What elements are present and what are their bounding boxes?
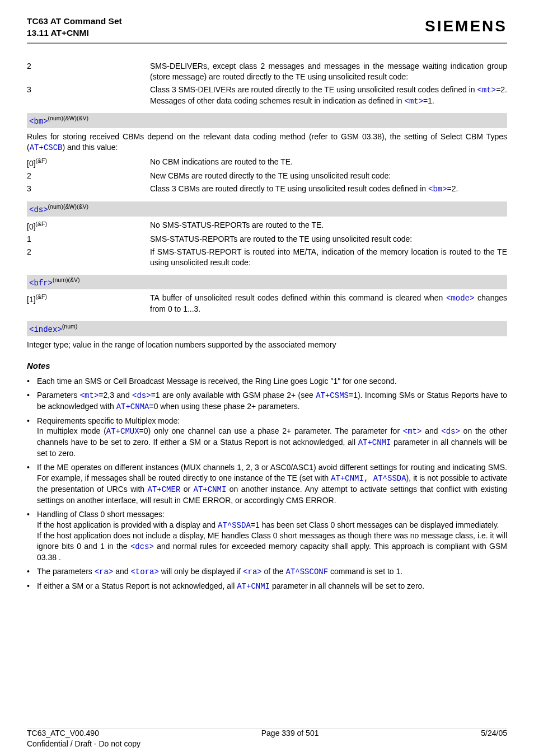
- mt-link-2[interactable]: <mt>: [405, 97, 424, 106]
- text: Class 3 CBMs are routed directly to TE u…: [150, 184, 428, 193]
- note-1: Each time an SMS or Cell Broadcast Messa…: [27, 376, 507, 387]
- bm-sup: (num)(&W)(&V): [48, 115, 88, 121]
- text: ) and this value:: [62, 143, 118, 152]
- text: [0]: [27, 222, 36, 231]
- ssda-link[interactable]: AT^SSDA: [218, 521, 251, 530]
- dcs-link[interactable]: <dcs>: [130, 542, 154, 551]
- ds-sup: (num)(&W)(&V): [48, 203, 88, 210]
- text: will only be displayed if: [159, 567, 243, 576]
- ds-link[interactable]: <ds>: [441, 427, 460, 436]
- mode-link[interactable]: <mode>: [446, 294, 474, 303]
- mt-link[interactable]: <mt>: [477, 86, 496, 95]
- doc-title: TC63 AT Command Set: [27, 16, 122, 27]
- bm-tag[interactable]: <bm>: [29, 117, 48, 126]
- cscb-link[interactable]: AT+CSCB: [30, 143, 63, 152]
- text: =2.: [447, 184, 458, 193]
- ds-tag[interactable]: <ds>: [29, 205, 48, 214]
- note-4: If the ME operates on different instance…: [27, 462, 507, 506]
- cmux-link[interactable]: AT+CMUX: [106, 427, 139, 436]
- param-bar-index: <index>(num): [27, 321, 507, 336]
- index-tag[interactable]: <index>: [29, 325, 62, 334]
- ds-link[interactable]: <ds>: [132, 391, 151, 400]
- text: Handling of Class 0 short messages:: [37, 510, 165, 519]
- mt-link[interactable]: <mt>: [403, 427, 422, 436]
- ds-row-1: 1 SMS-STATUS-REPORTs are routed to the T…: [27, 234, 507, 245]
- text: Each time an SMS or Cell Broadcast Messa…: [37, 376, 507, 387]
- index-desc: Integer type; value in the range of loca…: [27, 340, 507, 350]
- text: or: [180, 485, 193, 494]
- sup: (&F): [36, 293, 47, 300]
- note-2: Parameters <mt>=2,3 and <ds>=1 are only …: [27, 390, 507, 412]
- bm-row-0: [0](&F) No CBM indications are routed to…: [27, 157, 507, 169]
- tora-link[interactable]: <tora>: [130, 567, 158, 576]
- mt-row-2-val: SMS-DELIVERs, except class 2 messages an…: [150, 61, 507, 82]
- bm-row-2-val: New CBMs are routed directly to the TE u…: [150, 171, 507, 181]
- bm-link[interactable]: <bm>: [428, 185, 447, 194]
- ds-row-2: 2 If SMS-STATUS-REPORT is routed into ME…: [27, 247, 507, 268]
- text: [1]: [27, 295, 36, 304]
- text: The parameters: [37, 567, 95, 576]
- note-5: Handling of Class 0 short messages: If t…: [27, 509, 507, 563]
- bfr-sup: (num)(&V): [53, 276, 79, 283]
- bm-row-3-val: Class 3 CBMs are routed directly to TE u…: [150, 184, 507, 195]
- ds-row-2-val: If SMS-STATUS-REPORT is routed into ME/T…: [150, 247, 507, 268]
- text: =1.: [423, 96, 434, 105]
- bfr-row-1-val: TA buffer of unsolicited result codes de…: [150, 293, 507, 314]
- ssda-link[interactable]: AT^SSDA: [373, 474, 406, 483]
- text: TA buffer of unsolicited result codes de…: [150, 293, 446, 302]
- text: If either a SM or a Status Report is not…: [37, 581, 237, 590]
- sup: (&F): [36, 220, 47, 227]
- mt-row-3: 3 Class 3 SMS-DELIVERs are routed direct…: [27, 84, 507, 107]
- index-sup: (num): [62, 323, 77, 330]
- ssconf-link[interactable]: AT^SSCONF: [286, 567, 329, 576]
- bfr-tag[interactable]: <bfr>: [29, 278, 53, 287]
- text: and: [113, 567, 130, 576]
- cnmi-link[interactable]: AT+CNMI: [237, 582, 270, 591]
- mt-link[interactable]: <mt>: [80, 391, 99, 400]
- text: and: [421, 426, 441, 435]
- doc-section: 13.11 AT+CNMI: [27, 27, 122, 39]
- page-header: TC63 AT Command Set 13.11 AT+CNMI SIEMEN…: [27, 16, 507, 39]
- cnmi-link-2[interactable]: AT+CNMI: [194, 485, 227, 494]
- header-rule: [27, 43, 507, 44]
- text: =2,3 and: [99, 391, 132, 400]
- notes-list: Each time an SMS or Cell Broadcast Messa…: [27, 376, 507, 592]
- cnmi-link[interactable]: AT+CNMI: [358, 438, 391, 447]
- csms-link[interactable]: AT+CSMS: [316, 391, 349, 400]
- note-6: The parameters <ra> and <tora> will only…: [27, 566, 507, 577]
- mt-row-3-val: Class 3 SMS-DELIVERs are routed directly…: [150, 84, 507, 107]
- text: =0 when using these phase 2+ parameters.: [149, 402, 299, 411]
- text: =1 has been set Class 0 short messages c…: [251, 520, 499, 529]
- cnmi-link[interactable]: AT+CNMI: [331, 474, 364, 483]
- bm-row-0-key: [0](&F): [27, 157, 150, 169]
- cmer-link[interactable]: AT+CMER: [148, 485, 181, 494]
- bm-row-3: 3 Class 3 CBMs are routed directly to TE…: [27, 184, 507, 195]
- text: command is set to 1.: [328, 567, 402, 576]
- ra-link[interactable]: <ra>: [95, 567, 114, 576]
- bfr-row-1: [1](&F) TA buffer of unsolicited result …: [27, 293, 507, 314]
- cnma-link[interactable]: AT+CNMA: [116, 402, 149, 411]
- mt-row-3-key: 3: [27, 84, 150, 107]
- text: Parameters: [37, 391, 80, 400]
- text: =0) only one channel can use a phase 2+ …: [139, 426, 403, 435]
- param-bar-ds: <ds>(num)(&W)(&V): [27, 201, 507, 217]
- text: Class 3 SMS-DELIVERs are routed directly…: [150, 85, 477, 94]
- ds-row-1-val: SMS-STATUS-REPORTs are routed to the TE …: [150, 234, 507, 245]
- text: =1 are only available with GSM phase 2+ …: [151, 391, 316, 400]
- text: In multiplex mode (: [37, 426, 106, 435]
- note-7: If either a SM or a Status Report is not…: [27, 581, 507, 592]
- ds-row-1-key: 1: [27, 234, 150, 245]
- brand-logo: SIEMENS: [425, 16, 507, 37]
- bm-intro: Rules for storing received CBMs depend o…: [27, 132, 507, 153]
- ds-row-0-val: No SMS-STATUS-REPORTs are routed to the …: [150, 220, 507, 232]
- sup: (&F): [36, 157, 47, 164]
- bm-row-2-key: 2: [27, 171, 150, 181]
- text: [0]: [27, 158, 36, 167]
- footer-center: Page 339 of 501: [261, 728, 319, 739]
- ds-row-0-key: [0](&F): [27, 220, 150, 232]
- param-bar-bfr: <bfr>(num)(&V): [27, 275, 507, 290]
- bm-row-3-key: 3: [27, 184, 150, 195]
- text: parameter in all channels will be set to…: [270, 581, 424, 590]
- param-bar-bm: <bm>(num)(&W)(&V): [27, 113, 507, 128]
- ra-link-2[interactable]: <ra>: [243, 567, 262, 576]
